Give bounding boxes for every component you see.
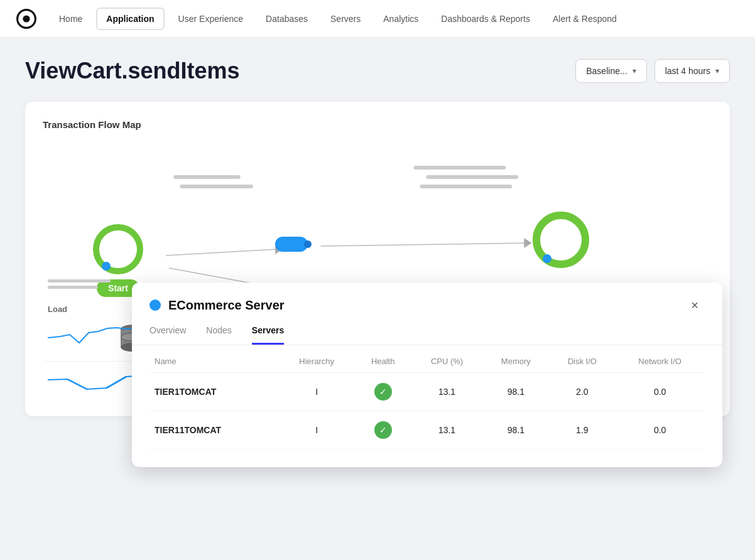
header-controls: Baseline... ▾ last 4 hours ▾ <box>575 59 730 83</box>
server-cpu-tier1: 13.1 <box>411 373 482 411</box>
table-row[interactable]: TIER11TOMCAT I ✓ 13.1 98.1 1.9 0.0 <box>149 411 705 450</box>
table-header-row: Name Hierarchy Health CPU (%) Memory Dis… <box>149 348 705 373</box>
start-blue-dot-icon <box>102 262 111 271</box>
nav-item-home[interactable]: Home <box>50 9 91 29</box>
svg-line-9 <box>320 243 529 246</box>
navigation: Home Application User Experience Databas… <box>0 0 755 38</box>
server-disk-io-tier1: 2.0 <box>549 373 615 411</box>
page-header: ViewCart.sendItems Baseline... ▾ last 4 … <box>25 58 730 84</box>
col-header-network-io: Network I/O <box>615 348 705 373</box>
app-logo[interactable] <box>15 8 38 30</box>
col-header-health: Health <box>355 348 411 373</box>
upper-right-node[interactable] <box>533 212 589 268</box>
server-hierarchy-tier1: I <box>279 373 355 411</box>
modal-tabs: Overview Nodes Servers <box>132 325 722 345</box>
upper-right-ring-icon <box>533 212 589 268</box>
flow-map-title: Transaction Flow Map <box>43 119 712 130</box>
col-header-memory: Memory <box>482 348 549 373</box>
nav-item-alert-respond[interactable]: Alert & Respond <box>544 9 626 29</box>
nav-item-user-experience[interactable]: User Experience <box>170 9 253 29</box>
server-name-tier11: TIER11TOMCAT <box>149 411 279 450</box>
baseline-dropdown[interactable]: Baseline... ▾ <box>575 59 646 83</box>
modal-body: Name Hierarchy Health CPU (%) Memory Dis… <box>132 348 722 467</box>
modal-close-button[interactable]: × <box>685 295 705 315</box>
baseline-label: Baseline... <box>586 66 627 76</box>
col-header-disk-io: Disk I/O <box>549 348 615 373</box>
table-row[interactable]: TIER1TOMCAT I ✓ 13.1 98.1 2.0 0.0 <box>149 373 705 411</box>
start-ring-icon <box>93 224 143 274</box>
health-check-icon-tier1: ✓ <box>374 383 392 401</box>
col-header-name: Name <box>149 348 279 373</box>
col-header-cpu: CPU (%) <box>411 348 482 373</box>
time-range-dropdown[interactable]: last 4 hours ▾ <box>655 59 730 83</box>
server-network-io-tier1: 0.0 <box>615 373 705 411</box>
svg-line-7 <box>166 249 276 256</box>
nav-item-application[interactable]: Application <box>96 8 164 30</box>
col-header-hierarchy: Hierarchy <box>279 348 355 373</box>
nav-item-analytics[interactable]: Analytics <box>374 9 427 29</box>
upper-right-blue-dot-icon <box>543 254 551 263</box>
baseline-chevron-icon: ▾ <box>633 67 636 75</box>
nav-item-servers[interactable]: Servers <box>322 9 369 29</box>
server-memory-tier1: 98.1 <box>482 373 549 411</box>
server-cpu-tier11: 13.1 <box>411 411 482 450</box>
capsule-node[interactable] <box>275 237 308 252</box>
modal-header: ECommerce Server × <box>132 283 722 315</box>
ecommerce-server-modal: ECommerce Server × Overview Nodes Server… <box>132 283 722 467</box>
nav-item-databases[interactable]: Databases <box>257 9 317 29</box>
modal-tab-nodes[interactable]: Nodes <box>206 325 231 345</box>
server-disk-io-tier11: 1.9 <box>549 411 615 450</box>
nav-item-dashboards[interactable]: Dashboards & Reports <box>432 9 539 29</box>
capsule-icon <box>275 237 308 252</box>
svg-marker-10 <box>524 238 531 248</box>
modal-header-left: ECommerce Server <box>149 298 285 313</box>
modal-server-name: ECommerce Server <box>168 298 285 313</box>
time-chevron-icon: ▾ <box>715 67 719 75</box>
health-check-icon-tier11: ✓ <box>374 421 392 439</box>
server-health-tier11: ✓ <box>355 411 411 450</box>
servers-table: Name Hierarchy Health CPU (%) Memory Dis… <box>149 348 705 450</box>
page-title: ViewCart.sendItems <box>25 58 239 84</box>
modal-tab-servers[interactable]: Servers <box>252 325 284 345</box>
server-hierarchy-tier11: I <box>279 411 355 450</box>
modal-blue-dot-icon <box>149 299 161 311</box>
server-memory-tier11: 98.1 <box>482 411 549 450</box>
server-network-io-tier11: 0.0 <box>615 411 705 450</box>
server-name-tier1: TIER1TOMCAT <box>149 373 279 411</box>
time-range-label: last 4 hours <box>665 66 710 76</box>
server-health-tier1: ✓ <box>355 373 411 411</box>
modal-tab-overview[interactable]: Overview <box>149 325 186 345</box>
svg-point-1 <box>23 15 30 22</box>
